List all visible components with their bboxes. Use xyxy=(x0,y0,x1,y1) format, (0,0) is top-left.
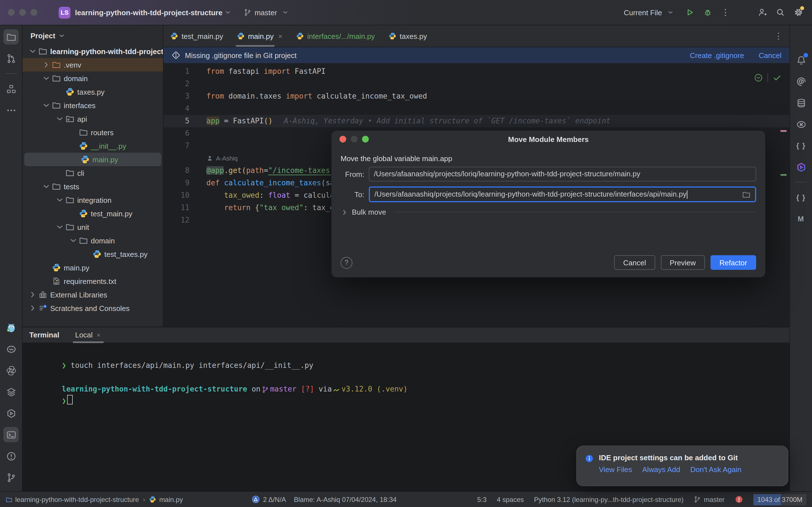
tree-item-learning-python-with-tdd-project-structure[interactable]: learning-python-with-tdd-project-structu… xyxy=(22,45,163,58)
add-user-icon[interactable] xyxy=(758,8,767,17)
statusbar-error-indicator[interactable] xyxy=(735,495,743,504)
statusbar-branch[interactable]: master xyxy=(694,496,725,503)
tree-item-test_taxes.py[interactable]: test_taxes.py xyxy=(22,247,163,261)
tool-codestream-plugin[interactable] xyxy=(794,159,809,175)
tree-item-External Libraries[interactable]: External Libraries xyxy=(22,288,163,301)
tool-problems-tool[interactable] xyxy=(3,448,18,464)
statusbar-breadcrumb[interactable]: learning-python-with-tdd-project-structu… xyxy=(6,496,183,503)
tree-item-requirements.txt[interactable]: requirements.txt xyxy=(22,274,163,288)
tool-database-tool[interactable] xyxy=(794,95,809,110)
bulk-move-expander[interactable]: Bulk move xyxy=(341,208,756,216)
tool-project-tool[interactable] xyxy=(3,29,18,45)
tool-mascot-plugin[interactable] xyxy=(3,320,18,335)
notification-action-view-files[interactable]: View Files xyxy=(599,465,632,474)
chevron-down-icon[interactable] xyxy=(42,74,51,83)
code-line-3[interactable]: 3from domain.taxes import calculate_inco… xyxy=(163,90,790,103)
refactor-button[interactable]: Refactor xyxy=(711,255,756,270)
browse-folder-icon[interactable] xyxy=(742,190,751,199)
tabs-more-button[interactable]: ⋮ xyxy=(774,31,783,41)
tree-item-domain[interactable]: domain xyxy=(22,234,163,247)
chevron-down-icon[interactable] xyxy=(69,236,78,245)
project-panel-header[interactable]: Project xyxy=(22,25,163,45)
terminal-title[interactable]: Terminal xyxy=(29,331,59,339)
tree-item-unit[interactable]: unit xyxy=(22,220,163,234)
tool-run-tool[interactable] xyxy=(3,406,18,421)
tree-item-main.py[interactable]: main.py xyxy=(22,261,163,274)
chevron-right-icon[interactable] xyxy=(28,290,37,299)
code-line-5[interactable]: 5app = FastAPI()A-Ashiq, Yesterday • Add… xyxy=(163,115,790,127)
tool-structure-tool[interactable] xyxy=(3,81,18,96)
tool-notifications[interactable] xyxy=(794,52,809,68)
memory-indicator[interactable]: 1043 of 3700M xyxy=(753,494,806,505)
tool-python-console-tool[interactable] xyxy=(3,363,18,378)
inspections-widget[interactable] xyxy=(754,73,781,82)
terminal-tab-local[interactable]: Local × xyxy=(75,327,100,343)
tree-item-api[interactable]: api xyxy=(22,112,163,126)
tool-more-tools[interactable] xyxy=(3,103,18,118)
to-path-field[interactable]: /Users/afaanashiq/projects/loriq/learnin… xyxy=(369,186,756,202)
tree-item-main.py[interactable]: main.py xyxy=(24,153,161,166)
window-minimize-button[interactable] xyxy=(19,9,26,16)
statusbar-interpreter[interactable]: Python 3.12 (learning-py...th-tdd-projec… xyxy=(534,496,683,503)
tree-item-__init__.py[interactable]: __init__.py xyxy=(22,139,163,153)
tool-m-plugin[interactable]: M xyxy=(794,211,809,226)
tool-version-control-tool[interactable] xyxy=(3,470,18,485)
tree-item-routers[interactable]: routers xyxy=(22,126,163,139)
close-icon[interactable]: × xyxy=(97,331,101,339)
branch-menu[interactable]: master xyxy=(244,8,291,17)
statusbar-blame[interactable]: Blame: A-Ashiq 07/04/2024, 18:34 xyxy=(294,496,396,503)
statusbar-indent[interactable]: 4 spaces xyxy=(497,496,524,503)
tool-terminal-tool[interactable] xyxy=(3,427,18,442)
tool-pull-requests-tool[interactable] xyxy=(3,51,18,66)
chevron-down-icon[interactable] xyxy=(42,182,51,191)
tab-taxes.py[interactable]: taxes.py xyxy=(382,25,434,47)
chevron-down-icon[interactable] xyxy=(55,114,64,123)
close-icon[interactable]: × xyxy=(278,32,282,40)
tree-item-integration[interactable]: integration xyxy=(22,193,163,207)
cancel-button[interactable]: Cancel xyxy=(614,255,655,270)
terminal-output[interactable]: ❯ touch interfaces/api/main.py interface… xyxy=(22,343,790,395)
project-name-menu[interactable]: learning-python-with-tdd-project-structu… xyxy=(75,8,222,17)
tab-interfaces/.../main.py[interactable]: interfaces/.../main.py xyxy=(289,25,382,47)
code-line-4[interactable]: 4 xyxy=(163,103,790,115)
code-line-1[interactable]: 1from fastapi import FastAPI xyxy=(163,65,790,78)
tab-test_main.py[interactable]: test_main.py xyxy=(163,25,230,47)
banner-cancel-link[interactable]: Cancel xyxy=(759,51,781,59)
more-actions-button[interactable]: ⋮ xyxy=(721,7,730,17)
from-path-field[interactable]: /Users/afaanashiq/projects/loriq/learnin… xyxy=(369,167,756,181)
tool-services-tool[interactable] xyxy=(3,341,18,356)
create-gitignore-link[interactable]: Create .gitignore xyxy=(690,51,744,59)
preview-button[interactable]: Preview xyxy=(661,255,705,270)
chevron-down-icon[interactable] xyxy=(55,223,64,231)
window-zoom-button[interactable] xyxy=(31,9,37,16)
tool-braces-tool-2[interactable]: { } xyxy=(794,190,809,205)
help-button[interactable]: ? xyxy=(341,257,352,269)
chevron-down-icon[interactable] xyxy=(28,47,37,56)
run-button[interactable] xyxy=(685,8,694,17)
settings-button[interactable] xyxy=(794,8,803,17)
tree-item-tests[interactable]: tests xyxy=(22,180,163,193)
notification-action-always-add[interactable]: Always Add xyxy=(642,465,680,474)
tree-item-.venv[interactable]: .venv xyxy=(22,58,163,71)
tree-item-domain[interactable]: domain xyxy=(22,71,163,85)
tool-python-packages-tool[interactable] xyxy=(3,384,18,399)
chevron-down-icon[interactable] xyxy=(42,101,51,110)
search-icon[interactable] xyxy=(776,8,785,17)
tree-item-Scratches and Consoles[interactable]: Scratches and Consoles xyxy=(22,301,163,315)
tool-x-plugin[interactable] xyxy=(794,117,809,132)
tool-ai-assistant[interactable] xyxy=(794,74,809,89)
chevron-down-icon[interactable] xyxy=(55,195,64,205)
statusbar-delta-widget[interactable]: 2 Δ/N/A xyxy=(252,495,286,504)
chevron-right-icon[interactable] xyxy=(28,304,37,313)
debug-button[interactable] xyxy=(703,8,712,17)
tree-item-cli[interactable]: cli xyxy=(22,166,163,180)
tree-item-taxes.py[interactable]: taxes.py xyxy=(22,85,163,99)
run-configuration-selector[interactable]: Current File xyxy=(624,8,676,17)
tab-main.py[interactable]: main.py× xyxy=(230,25,289,47)
window-close-button[interactable] xyxy=(8,9,15,16)
notification-action-don-t-ask-again[interactable]: Don't Ask Again xyxy=(690,465,741,474)
code-line-2[interactable]: 2 xyxy=(163,78,790,90)
statusbar-caret-position[interactable]: 5:3 xyxy=(477,496,487,503)
tree-item-test_main.py[interactable]: test_main.py xyxy=(22,207,163,220)
chevron-right-icon[interactable] xyxy=(42,60,51,69)
